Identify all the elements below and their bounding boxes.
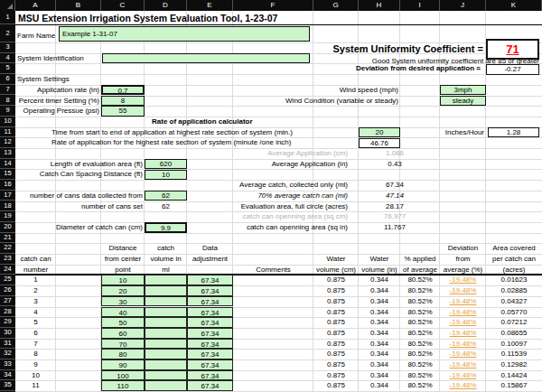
column-header-H[interactable]: H bbox=[359, 0, 400, 11]
cell-distance[interactable]: 110 bbox=[101, 380, 145, 391]
row-header-11[interactable]: 11 bbox=[0, 127, 15, 138]
cell-comments bbox=[233, 307, 313, 318]
cell-distance[interactable]: 90 bbox=[101, 359, 145, 370]
row-header-18[interactable]: 18 bbox=[0, 201, 15, 212]
row-header-28[interactable]: 28 bbox=[0, 307, 15, 318]
cell-distance[interactable]: 80 bbox=[101, 349, 145, 359]
row-header-23[interactable]: 23 bbox=[0, 254, 15, 265]
operating-pressure-input[interactable]: 55 bbox=[101, 106, 145, 116]
column-header-K[interactable]: K bbox=[486, 0, 542, 11]
row-header-26[interactable]: 26 bbox=[0, 285, 15, 296]
cell-distance[interactable]: 70 bbox=[101, 339, 145, 350]
cell-num: 11 bbox=[15, 380, 56, 391]
system-id-input[interactable] bbox=[102, 53, 310, 63]
cell-volume[interactable] bbox=[145, 285, 187, 296]
column-header-E[interactable]: E bbox=[187, 0, 233, 11]
row-header-2[interactable]: 2 bbox=[0, 24, 15, 42]
row-header-9[interactable]: 9 bbox=[0, 106, 15, 117]
column-header-C[interactable]: C bbox=[101, 0, 145, 11]
application-rate-input[interactable]: 0.7 bbox=[101, 85, 145, 96]
column-header-A[interactable]: A bbox=[15, 0, 56, 11]
header-pct-applied: % applied of average bbox=[400, 254, 440, 275]
cell-distance[interactable]: 100 bbox=[101, 370, 145, 381]
row-header-34[interactable]: 34 bbox=[0, 370, 15, 381]
row-header-22[interactable]: 22 bbox=[0, 243, 15, 254]
cell-adjustment[interactable]: 67.34 bbox=[187, 380, 233, 391]
cell-volume[interactable] bbox=[145, 307, 187, 318]
cell-adjustment[interactable]: 67.34 bbox=[187, 296, 233, 307]
row-header-5[interactable]: 5 bbox=[0, 63, 15, 74]
cell-volume[interactable] bbox=[145, 296, 187, 307]
cell-distance[interactable]: 60 bbox=[101, 328, 145, 339]
cell-volume[interactable] bbox=[145, 275, 187, 285]
row-header-24[interactable]: 24 bbox=[0, 265, 15, 275]
row-header-10[interactable]: 10 bbox=[0, 117, 15, 127]
row-header-13[interactable]: 13 bbox=[0, 148, 15, 159]
row-header-6[interactable]: 6 bbox=[0, 74, 15, 85]
cell-adjustment[interactable]: 67.34 bbox=[187, 359, 233, 370]
row-header-14[interactable]: 14 bbox=[0, 159, 15, 170]
row-header-16[interactable]: 16 bbox=[0, 180, 15, 191]
row-header-31[interactable]: 31 bbox=[0, 339, 15, 350]
cell-pct: 80.52% bbox=[400, 328, 440, 339]
row-header-17[interactable]: 17 bbox=[0, 191, 15, 201]
select-all-corner[interactable] bbox=[0, 0, 15, 11]
percent-timer-input[interactable]: 8 bbox=[101, 96, 145, 106]
wind-condition-input[interactable]: steady bbox=[440, 96, 486, 106]
column-header-J[interactable]: J bbox=[440, 0, 486, 11]
cell-volume[interactable] bbox=[145, 370, 187, 381]
row-header-32[interactable]: 32 bbox=[0, 349, 15, 359]
column-header-F[interactable]: F bbox=[233, 0, 313, 11]
farm-name-input[interactable]: Example 1-31-07 bbox=[59, 26, 310, 42]
row-header-4[interactable]: 4 bbox=[0, 53, 15, 64]
column-header-B[interactable]: B bbox=[56, 0, 101, 11]
cell-adjustment[interactable]: 67.34 bbox=[187, 370, 233, 381]
can-spacing-input[interactable]: 10 bbox=[145, 170, 187, 180]
rate-value[interactable]: 46.76 bbox=[359, 138, 400, 148]
row-header-29[interactable]: 29 bbox=[0, 317, 15, 328]
time-input[interactable]: 20 bbox=[359, 127, 400, 137]
cell-pct: 80.52% bbox=[400, 317, 440, 328]
row-header-15[interactable]: 15 bbox=[0, 169, 15, 180]
cell-comments bbox=[233, 328, 313, 339]
cell-distance[interactable]: 20 bbox=[101, 285, 145, 296]
row-header-19[interactable]: 19 bbox=[0, 211, 15, 222]
column-header-G[interactable]: G bbox=[313, 0, 359, 11]
cell-adjustment[interactable]: 67.34 bbox=[187, 328, 233, 339]
cell-volume[interactable] bbox=[145, 380, 187, 391]
cell-volume[interactable] bbox=[145, 317, 187, 328]
cell-adjustment[interactable]: 67.34 bbox=[187, 275, 233, 285]
wind-speed-input[interactable]: 3mph bbox=[440, 85, 486, 95]
cell-adjustment[interactable]: 67.34 bbox=[187, 285, 233, 296]
row-header-21[interactable]: 21 bbox=[0, 233, 15, 244]
cell-volume[interactable] bbox=[145, 349, 187, 359]
cell-distance[interactable]: 30 bbox=[101, 296, 145, 307]
desired-deviation-value[interactable]: -0.27 bbox=[486, 64, 539, 75]
cell-num: 7 bbox=[15, 339, 56, 350]
row-header-30[interactable]: 30 bbox=[0, 328, 15, 339]
cell-adjustment[interactable]: 67.34 bbox=[187, 317, 233, 328]
column-header-D[interactable]: D bbox=[145, 0, 187, 11]
row-header-20[interactable]: 20 bbox=[0, 222, 15, 233]
cell-distance[interactable]: 10 bbox=[101, 275, 145, 285]
cell-distance[interactable]: 50 bbox=[101, 317, 145, 328]
row-header-3[interactable]: 3 bbox=[0, 42, 15, 53]
cell-volume[interactable] bbox=[145, 339, 187, 350]
row-header-27[interactable]: 27 bbox=[0, 296, 15, 307]
row-header-1[interactable]: 1 bbox=[0, 11, 15, 24]
cell-volume[interactable] bbox=[145, 328, 187, 339]
cell-adjustment[interactable]: 67.34 bbox=[187, 349, 233, 359]
inches-per-hour-value[interactable]: 1.28 bbox=[488, 127, 539, 137]
cell-pct: 80.52% bbox=[400, 275, 440, 285]
row-header-25[interactable]: 25 bbox=[0, 275, 15, 285]
row-header-33[interactable]: 33 bbox=[0, 359, 15, 370]
row-header-35[interactable]: 35 bbox=[0, 380, 15, 391]
cell-adjustment[interactable]: 67.34 bbox=[187, 307, 233, 318]
cell-distance[interactable]: 40 bbox=[101, 307, 145, 318]
row-header-7[interactable]: 7 bbox=[0, 85, 15, 96]
column-header-I[interactable]: I bbox=[400, 0, 440, 11]
row-header-12[interactable]: 12 bbox=[0, 137, 15, 148]
cell-adjustment[interactable]: 67.34 bbox=[187, 339, 233, 350]
cell-volume[interactable] bbox=[145, 359, 187, 370]
row-header-8[interactable]: 8 bbox=[0, 96, 15, 107]
